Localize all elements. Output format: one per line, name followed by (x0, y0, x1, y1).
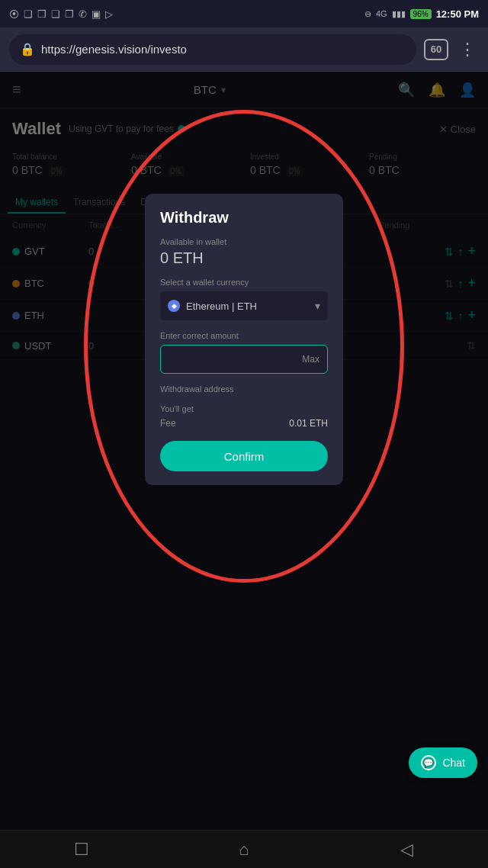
browser-menu-button[interactable]: ⋮ (456, 40, 479, 59)
recent-apps-button[interactable]: ☐ (66, 834, 97, 865)
amount-input-wrapper: Max (160, 345, 328, 374)
available-label: Available in wallet (160, 237, 328, 246)
fee-row: Fee 0.01 ETH (160, 418, 328, 429)
status-right: ⊖ 4G ▮▮▮ 96% 12:50 PM (364, 8, 479, 20)
chat-icon: 💬 (421, 755, 436, 770)
max-button[interactable]: Max (302, 354, 319, 365)
home-button[interactable]: ⌂ (229, 834, 259, 865)
url-bar[interactable]: 🔒 https://genesis.vision/investo (9, 34, 416, 65)
available-value: 0 ETH (160, 249, 328, 267)
home-icon: ⌂ (239, 840, 249, 860)
confirm-button[interactable]: Confirm (160, 441, 328, 471)
tab-count[interactable]: 60 (424, 39, 448, 60)
chat-label: Chat (442, 757, 465, 769)
lock-icon: 🔒 (20, 42, 35, 56)
back-icon: ◁ (400, 840, 413, 860)
fee-label: Fee (160, 418, 176, 429)
square-icon: ☐ (74, 840, 89, 860)
selected-currency-text: Ethereum | ETH (186, 301, 257, 312)
bottom-nav-bar: ☐ ⌂ ◁ (0, 830, 488, 868)
chat-button[interactable]: 💬 Chat (409, 747, 477, 778)
signal-bars: ▮▮▮ (392, 9, 406, 19)
amount-label: Enter correct amount (160, 331, 328, 340)
status-bar: ⦿ ❏ ❒ ❏ ❐ ✆ ▣ ▷ ⊖ 4G ▮▮▮ 96% 12:50 PM (0, 0, 488, 27)
browser-bar: 🔒 https://genesis.vision/investo 60 ⋮ (0, 27, 488, 72)
address-label: Withdrawal address (160, 384, 328, 394)
currency-select[interactable]: ◆ Ethereum | ETH ▾ (160, 291, 328, 320)
eth-select-icon: ◆ (168, 300, 180, 312)
back-button[interactable]: ◁ (391, 834, 422, 865)
youll-get-label: You'll get (160, 404, 328, 413)
app-content: ≡ BTC ▾ 🔍 🔔 👤 Wallet Using GVT to pay fo… (0, 72, 488, 830)
url-text: https://genesis.vision/investo (41, 43, 406, 56)
amount-input[interactable] (169, 353, 319, 365)
time: 12:50 PM (436, 8, 479, 20)
battery-level: 96% (410, 9, 432, 19)
select-currency-label: Select a wallet currency (160, 278, 328, 287)
signal-icon: 4G (376, 9, 387, 18)
network-icon: ⊖ (364, 9, 371, 19)
fee-value: 0.01 ETH (289, 418, 328, 429)
modal-title: Withdraw (160, 209, 328, 227)
status-icons: ⦿ ❏ ❒ ❏ ❐ ✆ ▣ ▷ (9, 8, 113, 20)
select-dropdown-icon: ▾ (315, 300, 320, 312)
withdraw-modal: Withdraw Available in wallet 0 ETH Selec… (145, 194, 343, 485)
